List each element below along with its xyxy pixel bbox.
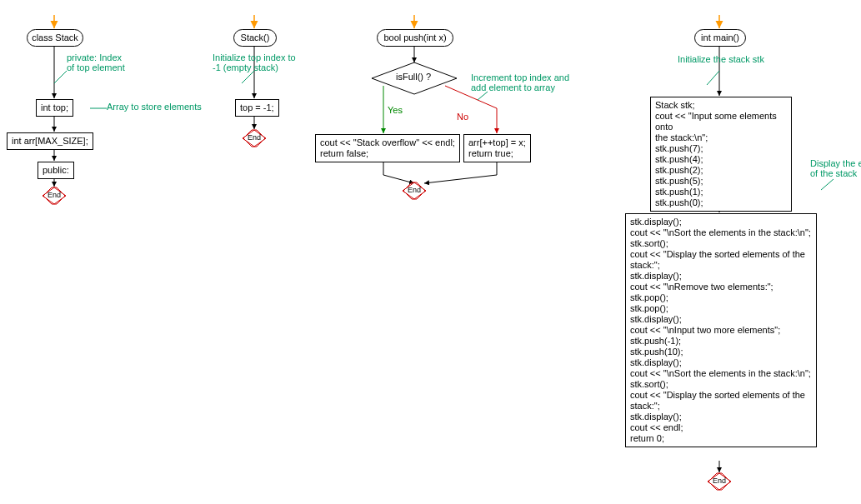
fc3-branch-assign: arr[++top] = x; return true; (463, 134, 531, 162)
fc1-title-text: class Stack (32, 32, 78, 42)
fc4-title-text: int main() (701, 32, 739, 42)
fc2-end-text: End (248, 133, 261, 142)
fc1-node-arr: int arr[MAX_SIZE]; (7, 132, 93, 150)
fc1-node-arr-text: int arr[MAX_SIZE]; (12, 136, 88, 146)
fc3-edge-yes: Yes (388, 105, 403, 115)
svg-line-14 (478, 92, 488, 100)
fc1-node-top-text: int top; (41, 102, 68, 112)
fc2-annotation: Initialize top index to -1 (empty stack) (213, 52, 296, 72)
fc3-branch-overflow: cout << "Stack overflow" << endl; return… (315, 134, 460, 162)
fc1-title: class Stack (27, 29, 83, 47)
fc4-end-text: End (713, 477, 726, 485)
fc1-node-top: int top; (36, 99, 73, 117)
svg-line-2 (54, 71, 67, 83)
svg-line-17 (707, 71, 719, 85)
fc2-node-init-text: top = -1; (240, 102, 274, 112)
fc4-title: int main() (694, 29, 746, 47)
fc3-cond-text: isFull() ? (396, 72, 431, 82)
fc3-end-text: End (408, 186, 421, 194)
fc4-block-init: Stack stk; cout << "Input some elements … (650, 97, 792, 212)
fc2-end: End (242, 129, 267, 147)
fc1-node-public: public: (38, 162, 74, 179)
fc2-title-text: Stack() (241, 32, 270, 42)
fc1-annotation-private: private: Index of top element (67, 52, 125, 72)
fc3-end: End (402, 182, 427, 200)
fc3-title-text: bool push(int x) (383, 32, 446, 42)
fc4-annotation-display: Display the elements of the stack (810, 158, 861, 178)
fc3-annotation: Increment top index and add element to a… (471, 72, 569, 92)
fc1-end: End (42, 187, 67, 205)
fc2-title: Stack() (233, 29, 277, 47)
fc3-title: bool push(int x) (377, 29, 453, 47)
fc1-annotation-array: Array to store elements (107, 102, 202, 112)
fc4-end: End (707, 472, 732, 491)
fc2-node-init: top = -1; (235, 99, 279, 117)
fc1-end-text: End (48, 191, 61, 199)
fc1-node-public-text: public: (43, 165, 69, 175)
fc4-annotation-init: Initialize the stack stk (678, 54, 764, 64)
fc4-block-body: stk.display(); cout << "\nSort the eleme… (625, 213, 817, 447)
svg-line-9 (242, 71, 254, 83)
fc3-edge-no: No (457, 112, 468, 122)
flowchart-canvas: class Stack private: Index of top elemen… (0, 0, 861, 504)
